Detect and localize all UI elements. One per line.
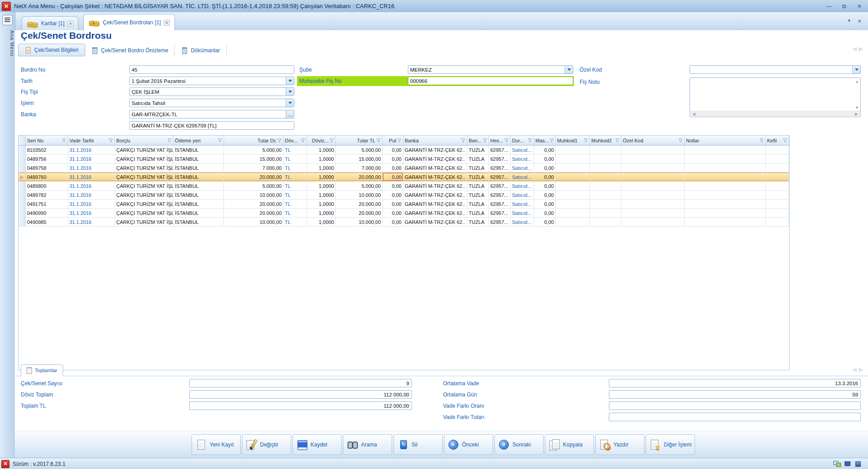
filter-icon[interactable] bbox=[109, 138, 113, 142]
row-marker[interactable] bbox=[18, 182, 26, 191]
doviz-toplam-value[interactable]: 112 000,00 bbox=[189, 390, 412, 399]
islem-select[interactable]: Satıcıda Tahsil bbox=[129, 99, 294, 107]
fis-tipi-select[interactable]: ÇEK İŞLEM bbox=[129, 87, 294, 96]
vade-farki-orani-value[interactable] bbox=[609, 401, 861, 410]
filter-icon[interactable] bbox=[301, 138, 305, 142]
edit-button[interactable]: Değiştir bbox=[242, 434, 291, 455]
cell[interactable]: 0489800 bbox=[26, 182, 68, 191]
cell[interactable]: 62957... bbox=[489, 182, 511, 191]
cell[interactable]: Satıcıd... bbox=[511, 218, 534, 227]
cell[interactable]: 10.000,00 bbox=[336, 218, 383, 227]
row-marker[interactable] bbox=[18, 173, 26, 182]
cell[interactable]: 0,00 bbox=[383, 164, 403, 173]
cell[interactable]: 62957... bbox=[489, 209, 511, 218]
cell[interactable]: ÇARKÇI TURİZM YAT İŞL.. bbox=[115, 164, 174, 173]
cell[interactable]: 0489782 bbox=[26, 191, 68, 200]
print-button[interactable]: Yazdır bbox=[595, 434, 644, 455]
cell[interactable]: TUZLA bbox=[467, 164, 489, 173]
cell[interactable]: TL bbox=[283, 191, 307, 200]
filter-icon[interactable] bbox=[218, 138, 222, 142]
cell[interactable] bbox=[556, 146, 590, 155]
row-marker[interactable] bbox=[18, 200, 26, 209]
chevron-down-icon[interactable] bbox=[286, 77, 294, 85]
cell[interactable]: GARANTİ M-TRZ-ÇEK 62.. bbox=[403, 191, 467, 200]
cell[interactable]: ÇARKÇI TURİZM YAT İŞL.. bbox=[115, 218, 174, 227]
grid-header-cell[interactable]: Dur... bbox=[511, 136, 534, 146]
cell[interactable]: 0,00 bbox=[534, 182, 556, 191]
toplamlar-tab[interactable]: Toplamlar bbox=[21, 364, 63, 376]
cell[interactable]: Satıcıd... bbox=[511, 182, 534, 191]
cell[interactable] bbox=[685, 173, 766, 182]
sube-select[interactable]: MERKEZ bbox=[408, 65, 573, 74]
cell[interactable]: TL bbox=[283, 218, 307, 227]
minimize-button[interactable]: — bbox=[825, 3, 833, 9]
table-row[interactable]: 048978231.1.2016ÇARKÇI TURİZM YAT İŞL..İ… bbox=[18, 191, 789, 200]
cell[interactable]: İSTANBUL bbox=[174, 155, 224, 164]
cell[interactable]: ÇARKÇI TURİZM YAT İŞL.. bbox=[115, 146, 174, 155]
cell[interactable]: 31.1.2016 bbox=[68, 191, 115, 200]
filter-icon[interactable] bbox=[678, 138, 683, 142]
table-row[interactable]: 048980031.1.2016ÇARKÇI TURİZM YAT İŞL..İ… bbox=[18, 182, 789, 191]
cell[interactable] bbox=[621, 218, 685, 227]
table-row[interactable]: 048975831.1.2016ÇARKÇI TURİZM YAT İŞL..İ… bbox=[18, 164, 789, 173]
filter-icon[interactable] bbox=[549, 138, 554, 142]
cell[interactable]: ÇARKÇI TURİZM YAT İŞL.. bbox=[115, 182, 174, 191]
cell[interactable]: 15.000,00 bbox=[224, 155, 283, 164]
cell[interactable] bbox=[556, 173, 590, 182]
cell[interactable] bbox=[621, 173, 685, 182]
cell[interactable]: GARANTİ M-TRZ-ÇEK 62.. bbox=[403, 200, 467, 209]
row-marker[interactable] bbox=[18, 209, 26, 218]
tab-kartlar[interactable]: Kartlar [1] ✕ bbox=[22, 16, 78, 30]
grid-header-cell[interactable]: Kefil bbox=[766, 136, 789, 146]
cell[interactable]: İSTANBUL bbox=[174, 182, 224, 191]
ortalama-gun-value[interactable]: 59 bbox=[609, 390, 861, 399]
cell[interactable]: 0489760 bbox=[26, 173, 68, 182]
cell[interactable]: 1,0000 bbox=[307, 200, 336, 209]
subtab-dokumanlar[interactable]: Dökümanlar bbox=[175, 45, 227, 56]
cell[interactable]: 10.000,00 bbox=[224, 191, 283, 200]
cell[interactable]: 0,00 bbox=[383, 182, 403, 191]
scroll-up-icon[interactable]: ▲ bbox=[855, 79, 859, 84]
cell[interactable]: 0,00 bbox=[383, 200, 403, 209]
grid-header-cell[interactable]: Notlar bbox=[685, 136, 766, 146]
table-row[interactable]: 049098531.1.2016ÇARKÇI TURİZM YAT İŞL..İ… bbox=[18, 218, 789, 227]
cell[interactable] bbox=[590, 146, 621, 155]
filter-icon[interactable] bbox=[461, 138, 466, 142]
cell[interactable]: Satıcıd... bbox=[511, 164, 534, 173]
banka-account-input[interactable]: GARANTİ M-TRZ-ÇEK 6295709 [TL] bbox=[129, 121, 294, 130]
cell[interactable]: TL bbox=[283, 164, 307, 173]
cell[interactable] bbox=[685, 155, 766, 164]
grid-header-cell[interactable]: Döviz... bbox=[307, 136, 336, 146]
cell[interactable]: Satıcıd... bbox=[511, 173, 534, 182]
grid-header-cell[interactable]: Ban... bbox=[467, 136, 489, 146]
cek-senet-sayisi-value[interactable]: 9 bbox=[189, 379, 412, 387]
cell[interactable]: 1,0000 bbox=[307, 155, 336, 164]
cell[interactable] bbox=[556, 155, 590, 164]
filter-icon[interactable] bbox=[397, 138, 402, 142]
row-marker[interactable] bbox=[18, 164, 26, 173]
cell[interactable]: GARANTİ M-TRZ-ÇEK 62.. bbox=[403, 146, 467, 155]
cell[interactable] bbox=[766, 146, 789, 155]
cell[interactable]: 1,0000 bbox=[307, 191, 336, 200]
cell[interactable]: ÇARKÇI TURİZM YAT İŞL.. bbox=[115, 155, 174, 164]
cell[interactable] bbox=[590, 209, 621, 218]
cell[interactable]: 20.000,00 bbox=[336, 173, 383, 182]
cell[interactable]: 31.1.2016 bbox=[68, 155, 115, 164]
cell[interactable]: ÇARKÇI TURİZM YAT İŞL.. bbox=[115, 191, 174, 200]
cell[interactable] bbox=[590, 218, 621, 227]
cell[interactable]: İSTANBUL bbox=[174, 218, 224, 227]
totals-scroll-left-icon[interactable]: ◁ bbox=[853, 367, 857, 372]
cell[interactable]: TL bbox=[283, 173, 307, 182]
cell[interactable]: 1,0000 bbox=[307, 218, 336, 227]
cell[interactable]: 31.1.2016 bbox=[68, 164, 115, 173]
cell[interactable] bbox=[685, 200, 766, 209]
cell[interactable] bbox=[590, 191, 621, 200]
cell[interactable]: 10.000,00 bbox=[336, 191, 383, 200]
filter-icon[interactable] bbox=[504, 138, 509, 142]
cell[interactable]: TUZLA bbox=[467, 155, 489, 164]
database-status-icon[interactable] bbox=[854, 460, 862, 467]
muhasebe-fis-no-input[interactable]: 000966 bbox=[408, 77, 573, 85]
cell[interactable]: GARANTİ M-TRZ-ÇEK 62.. bbox=[403, 209, 467, 218]
cell[interactable]: 5.000,00 bbox=[224, 182, 283, 191]
cell[interactable] bbox=[766, 218, 789, 227]
